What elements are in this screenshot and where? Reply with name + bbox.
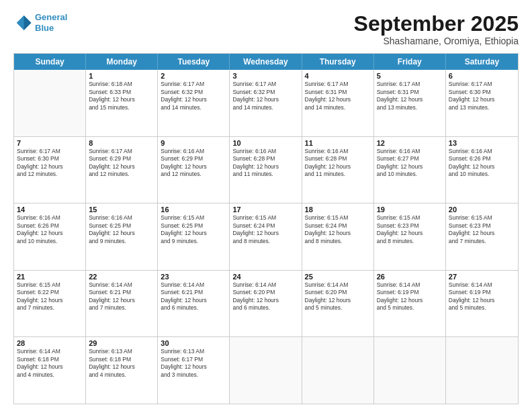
day-number: 4 <box>305 72 371 80</box>
day-cell <box>14 70 86 136</box>
week-row-3: 14Sunrise: 6:16 AM Sunset: 6:26 PM Dayli… <box>14 203 518 271</box>
day-info: Sunrise: 6:18 AM Sunset: 6:33 PM Dayligh… <box>89 81 154 111</box>
day-number: 13 <box>449 139 515 147</box>
day-info: Sunrise: 6:17 AM Sunset: 6:32 PM Dayligh… <box>232 81 298 111</box>
day-info: Sunrise: 6:15 AM Sunset: 6:23 PM Dayligh… <box>377 214 443 245</box>
day-number: 20 <box>449 205 515 214</box>
title-block: September 2025 Shashamane, Oromiya, Ethi… <box>354 12 519 46</box>
page: General Blue September 2025 Shashamane, … <box>0 0 532 411</box>
week-row-1: 1Sunrise: 6:18 AM Sunset: 6:33 PM Daylig… <box>14 70 518 137</box>
day-info: Sunrise: 6:14 AM Sunset: 6:19 PM Dayligh… <box>377 281 443 312</box>
day-number: 1 <box>89 72 154 80</box>
day-info: Sunrise: 6:17 AM Sunset: 6:30 PM Dayligh… <box>449 81 515 111</box>
day-cell: 23Sunrise: 6:14 AM Sunset: 6:21 PM Dayli… <box>158 271 230 337</box>
day-info: Sunrise: 6:17 AM Sunset: 6:29 PM Dayligh… <box>89 148 154 179</box>
day-cell: 21Sunrise: 6:15 AM Sunset: 6:22 PM Dayli… <box>14 271 86 337</box>
day-number: 19 <box>377 205 443 214</box>
logo-blue: Blue <box>35 23 54 33</box>
day-info: Sunrise: 6:16 AM Sunset: 6:27 PM Dayligh… <box>377 148 443 179</box>
day-cell: 12Sunrise: 6:16 AM Sunset: 6:27 PM Dayli… <box>374 137 446 203</box>
day-number: 29 <box>89 339 154 347</box>
week-row-2: 7Sunrise: 6:17 AM Sunset: 6:30 PM Daylig… <box>14 137 518 204</box>
day-cell: 13Sunrise: 6:16 AM Sunset: 6:26 PM Dayli… <box>446 137 518 203</box>
day-number: 7 <box>17 139 83 147</box>
day-cell <box>374 337 446 404</box>
day-info: Sunrise: 6:17 AM Sunset: 6:32 PM Dayligh… <box>161 81 226 111</box>
day-info: Sunrise: 6:14 AM Sunset: 6:21 PM Dayligh… <box>89 281 154 312</box>
day-info: Sunrise: 6:16 AM Sunset: 6:29 PM Dayligh… <box>161 148 226 179</box>
day-cell: 24Sunrise: 6:14 AM Sunset: 6:20 PM Dayli… <box>230 271 302 337</box>
day-number: 16 <box>161 205 226 214</box>
day-number: 30 <box>161 339 226 347</box>
day-number: 15 <box>89 205 154 214</box>
day-number: 25 <box>305 273 371 281</box>
day-info: Sunrise: 6:17 AM Sunset: 6:30 PM Dayligh… <box>17 148 83 179</box>
day-cell: 6Sunrise: 6:17 AM Sunset: 6:30 PM Daylig… <box>446 70 518 136</box>
day-number: 10 <box>232 139 298 147</box>
day-cell: 1Sunrise: 6:18 AM Sunset: 6:33 PM Daylig… <box>86 70 158 136</box>
day-header-friday: Friday <box>374 54 446 70</box>
day-header-sunday: Sunday <box>14 54 86 70</box>
day-info: Sunrise: 6:15 AM Sunset: 6:24 PM Dayligh… <box>232 214 298 245</box>
header: General Blue September 2025 Shashamane, … <box>13 12 519 46</box>
day-cell: 10Sunrise: 6:16 AM Sunset: 6:28 PM Dayli… <box>230 137 302 203</box>
day-info: Sunrise: 6:14 AM Sunset: 6:21 PM Dayligh… <box>161 281 226 312</box>
day-cell: 16Sunrise: 6:15 AM Sunset: 6:25 PM Dayli… <box>158 203 230 270</box>
day-info: Sunrise: 6:14 AM Sunset: 6:19 PM Dayligh… <box>449 281 515 312</box>
day-number: 23 <box>161 273 226 281</box>
day-number: 28 <box>17 339 83 347</box>
day-cell: 9Sunrise: 6:16 AM Sunset: 6:29 PM Daylig… <box>158 137 230 203</box>
day-cell: 20Sunrise: 6:15 AM Sunset: 6:23 PM Dayli… <box>446 203 518 270</box>
day-cell: 27Sunrise: 6:14 AM Sunset: 6:19 PM Dayli… <box>446 271 518 337</box>
day-cell: 11Sunrise: 6:16 AM Sunset: 6:28 PM Dayli… <box>302 137 374 203</box>
day-cell: 7Sunrise: 6:17 AM Sunset: 6:30 PM Daylig… <box>14 137 86 203</box>
day-info: Sunrise: 6:15 AM Sunset: 6:25 PM Dayligh… <box>161 214 226 245</box>
day-number: 8 <box>89 139 154 147</box>
day-cell: 5Sunrise: 6:17 AM Sunset: 6:31 PM Daylig… <box>374 70 446 136</box>
logo-icon <box>13 13 32 32</box>
day-cell: 15Sunrise: 6:16 AM Sunset: 6:25 PM Dayli… <box>86 203 158 270</box>
day-cell: 19Sunrise: 6:15 AM Sunset: 6:23 PM Dayli… <box>374 203 446 270</box>
day-cell <box>230 337 302 404</box>
day-number: 24 <box>232 273 298 281</box>
day-header-monday: Monday <box>86 54 158 70</box>
day-header-thursday: Thursday <box>302 54 374 70</box>
location-subtitle: Shashamane, Oromiya, Ethiopia <box>354 36 519 46</box>
svg-marker-1 <box>24 15 32 23</box>
day-info: Sunrise: 6:17 AM Sunset: 6:31 PM Dayligh… <box>305 81 371 111</box>
day-header-tuesday: Tuesday <box>158 54 230 70</box>
logo-general: General <box>35 12 67 22</box>
week-row-4: 21Sunrise: 6:15 AM Sunset: 6:22 PM Dayli… <box>14 271 518 338</box>
day-header-wednesday: Wednesday <box>230 54 302 70</box>
day-info: Sunrise: 6:17 AM Sunset: 6:31 PM Dayligh… <box>377 81 443 111</box>
day-number: 9 <box>161 139 226 147</box>
day-header-saturday: Saturday <box>446 54 518 70</box>
day-number: 22 <box>89 273 154 281</box>
day-cell: 18Sunrise: 6:15 AM Sunset: 6:24 PM Dayli… <box>302 203 374 270</box>
day-info: Sunrise: 6:15 AM Sunset: 6:22 PM Dayligh… <box>17 281 83 312</box>
day-number: 26 <box>377 273 443 281</box>
day-cell: 25Sunrise: 6:14 AM Sunset: 6:20 PM Dayli… <box>302 271 374 337</box>
day-info: Sunrise: 6:16 AM Sunset: 6:28 PM Dayligh… <box>232 148 298 179</box>
day-info: Sunrise: 6:16 AM Sunset: 6:26 PM Dayligh… <box>17 214 83 245</box>
day-number: 3 <box>232 72 298 80</box>
day-number: 27 <box>449 273 515 281</box>
day-cell <box>302 337 374 404</box>
day-info: Sunrise: 6:13 AM Sunset: 6:18 PM Dayligh… <box>89 348 154 379</box>
day-number: 11 <box>305 139 371 147</box>
day-info: Sunrise: 6:15 AM Sunset: 6:23 PM Dayligh… <box>449 214 515 245</box>
month-title: September 2025 <box>354 12 519 36</box>
day-cell: 4Sunrise: 6:17 AM Sunset: 6:31 PM Daylig… <box>302 70 374 136</box>
day-info: Sunrise: 6:16 AM Sunset: 6:28 PM Dayligh… <box>305 148 371 179</box>
week-row-5: 28Sunrise: 6:14 AM Sunset: 6:18 PM Dayli… <box>14 337 518 404</box>
day-cell: 22Sunrise: 6:14 AM Sunset: 6:21 PM Dayli… <box>86 271 158 337</box>
day-info: Sunrise: 6:14 AM Sunset: 6:18 PM Dayligh… <box>17 348 83 379</box>
day-number: 12 <box>377 139 443 147</box>
day-number: 2 <box>161 72 226 80</box>
day-cell: 2Sunrise: 6:17 AM Sunset: 6:32 PM Daylig… <box>158 70 230 136</box>
calendar-body: 1Sunrise: 6:18 AM Sunset: 6:33 PM Daylig… <box>14 70 518 404</box>
day-number: 14 <box>17 205 83 214</box>
day-number: 5 <box>377 72 443 80</box>
day-info: Sunrise: 6:16 AM Sunset: 6:25 PM Dayligh… <box>89 214 154 245</box>
day-info: Sunrise: 6:16 AM Sunset: 6:26 PM Dayligh… <box>449 148 515 179</box>
